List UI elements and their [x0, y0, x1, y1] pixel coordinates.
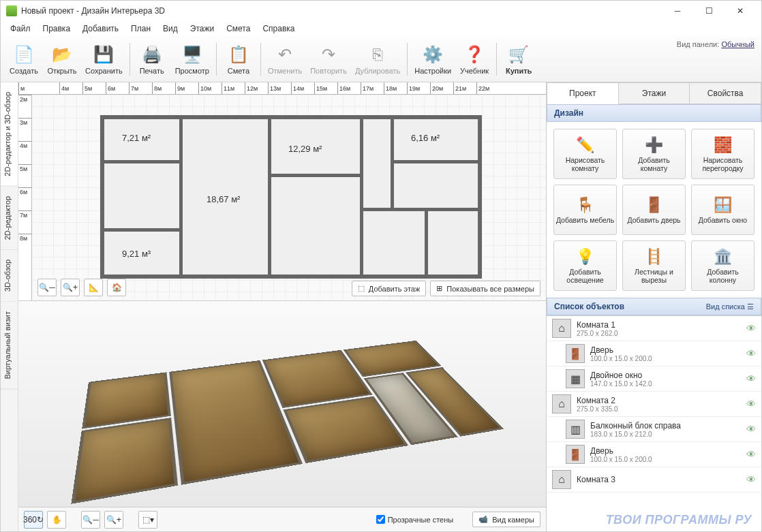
brick-icon: 🧱 [714, 136, 732, 154]
zoom-out-button[interactable]: 🔍─ [37, 279, 57, 296]
visibility-icon[interactable]: 👁 [746, 348, 756, 359]
menu-floors[interactable]: Этажи [185, 22, 219, 35]
menu-file[interactable]: Файл [5, 22, 36, 35]
monitor-icon: 🖥️ [181, 44, 203, 65]
tab-project[interactable]: Проект [547, 82, 619, 104]
stairs-button[interactable]: 🪜Лестницы и вырезы [622, 240, 686, 291]
add-room-icon: ➕ [645, 136, 663, 154]
add-light-button[interactable]: 💡Добавить освещение [553, 240, 617, 291]
object-row[interactable]: ⌂ Комната 3 👁 [547, 467, 761, 492]
object-row[interactable]: ⌂ Комната 1 275.0 x 262.0 👁 [547, 316, 761, 341]
add-window-button[interactable]: 🪟Добавить окно [691, 185, 755, 235]
minimize-button[interactable]: ─ [662, 1, 693, 21]
print-button[interactable]: 🖨️Печать [133, 39, 171, 80]
menu-add[interactable]: Добавить [77, 22, 124, 35]
create-button[interactable]: 📄Создать [5, 39, 43, 80]
save-button[interactable]: 💾Сохранить [81, 39, 127, 80]
list-view-icon[interactable]: ☰ [747, 302, 754, 311]
object-thumb-icon: 🚪 [566, 445, 585, 464]
pan-button[interactable]: ✋ [47, 511, 66, 529]
buy-button[interactable]: 🛒Купить [500, 39, 538, 80]
menu-estimate[interactable]: Смета [221, 22, 256, 35]
duplicate-button[interactable]: ⎘Дублировать [351, 39, 404, 80]
visibility-icon[interactable]: 👁 [746, 474, 756, 485]
show-dims-button[interactable]: ⊞Показывать все размеры [430, 281, 540, 296]
measure-button[interactable]: 📐 [84, 279, 103, 296]
visibility-icon[interactable]: 👁 [746, 323, 756, 334]
diskette-icon: 💾 [93, 44, 115, 65]
tutorial-button[interactable]: ❓Учебник [455, 39, 493, 80]
right-tabs: Проект Этажи Свойства [547, 82, 761, 104]
workarea: 2D-редактор и 3D-обзор 2D-редактор 3D-об… [1, 82, 761, 531]
add-furniture-button[interactable]: 🪑Добавить мебель [553, 185, 617, 235]
visibility-icon[interactable]: 👁 [746, 424, 756, 435]
pencil-icon: ✏️ [576, 136, 594, 154]
estimate-button[interactable]: 📋Смета [219, 39, 258, 80]
zoom-in-button[interactable]: 🔍+ [61, 279, 80, 296]
room-area-2: 18,67 м² [207, 194, 240, 204]
sidetab-3d[interactable]: 3D-обзор [1, 250, 18, 302]
add-door-button[interactable]: 🚪Добавить дверь [622, 185, 686, 235]
add-floor-button[interactable]: ⬚Добавить этаж [352, 281, 426, 296]
side-tabs: 2D-редактор и 3D-обзор 2D-редактор 3D-об… [1, 82, 18, 531]
object-row[interactable]: ⌂ Комната 2 275.0 x 335.0 👁 [547, 392, 761, 417]
visibility-icon[interactable]: 👁 [746, 449, 756, 460]
object-row[interactable]: 🚪 Дверь 100.0 x 15.0 x 200.0 👁 [547, 442, 761, 467]
sidetab-virtual[interactable]: Виртуальный визит [1, 302, 18, 390]
tab-props[interactable]: Свойства [690, 82, 761, 104]
zoom-in-3d-button[interactable]: 🔍+ [104, 511, 123, 529]
plan-tools: 🔍─ 🔍+ 📐 🏠 [37, 279, 126, 296]
view-3d[interactable] [18, 300, 546, 507]
menu-help[interactable]: Справка [257, 22, 300, 35]
room-area-5: 9,21 м³ [122, 249, 151, 259]
menu-edit[interactable]: Правка [37, 22, 76, 35]
object-name: Комната 3 [577, 475, 741, 484]
room-area-3: 12,29 м² [288, 144, 322, 154]
duplicate-icon: ⎘ [367, 44, 388, 65]
add-room-button[interactable]: ➕Добавить комнату [622, 129, 686, 179]
open-button[interactable]: 📂Открыть [43, 39, 81, 80]
transparent-walls-checkbox[interactable]: Прозрачные стены [376, 515, 453, 524]
preview-button[interactable]: 🖥️Просмотр [171, 39, 213, 80]
draw-room-button[interactable]: ✏️Нарисовать комнату [553, 129, 617, 179]
object-name: Дверь [590, 345, 741, 355]
add-column-button[interactable]: 🏛️Добавить колонну [691, 240, 755, 291]
room-area-4: 6,16 м² [411, 133, 440, 143]
right-panel: Проект Этажи Свойства Дизайн ✏️Нарисоват… [546, 82, 761, 531]
view-2d[interactable]: 2м3м4м5м6м7м8м 7,21 м² 18,67 м² 12,29 м²… [18, 95, 546, 300]
menu-view[interactable]: Вид [157, 22, 183, 35]
app-icon [6, 5, 17, 16]
close-button[interactable]: ✕ [725, 1, 756, 21]
panel-mode-link[interactable]: Обычный [721, 40, 755, 48]
object-dims: 100.0 x 15.0 x 200.0 [590, 456, 741, 463]
rotate360-button[interactable]: 360↻ [24, 511, 43, 529]
undo-icon: ↶ [274, 44, 296, 65]
settings-button[interactable]: ⚙️Настройки [410, 39, 455, 80]
sidetab-2d[interactable]: 2D-редактор [1, 187, 18, 250]
object-thumb-icon: ▥ [566, 420, 585, 439]
undo-button[interactable]: ↶Отменить [264, 39, 306, 80]
object-row[interactable]: ▥ Балконный блок справа 183.0 x 15.0 x 2… [547, 417, 761, 442]
object-row[interactable]: ▦ Двойное окно 147.0 x 15.0 x 142.0 👁 [547, 366, 761, 392]
zoom-out-3d-button[interactable]: 🔍─ [81, 511, 100, 529]
visibility-icon[interactable]: 👁 [746, 373, 756, 384]
object-thumb-icon: ▦ [566, 369, 585, 388]
redo-button[interactable]: ↷Повторить [306, 39, 351, 80]
notepad-icon: 📋 [228, 44, 249, 65]
object-row[interactable]: 🚪 Дверь 100.0 x 15.0 x 200.0 👁 [547, 341, 761, 366]
folder-open-icon: 📂 [51, 44, 73, 65]
tab-floors[interactable]: Этажи [619, 82, 690, 104]
draw-partition-button[interactable]: 🧱Нарисовать перегородку [691, 129, 755, 179]
visibility-icon[interactable]: 👁 [746, 398, 756, 409]
new-file-icon: 📄 [13, 44, 35, 65]
camera-view-button[interactable]: 📹Вид камеры [472, 512, 540, 527]
sidetab-2d-3d[interactable]: 2D-редактор и 3D-обзор [1, 82, 18, 187]
home-button[interactable]: 🏠 [107, 279, 126, 296]
printer-icon: 🖨️ [141, 44, 163, 65]
floor-select-button[interactable]: ⬚▾ [138, 511, 157, 529]
maximize-button[interactable]: ☐ [693, 1, 725, 21]
floorplan[interactable]: 7,21 м² 18,67 м² 12,29 м² 6,16 м² 9,21 м… [100, 115, 482, 279]
object-list[interactable]: ⌂ Комната 1 275.0 x 262.0 👁🚪 Дверь 100.0… [547, 315, 761, 531]
plan-actions: ⬚Добавить этаж ⊞Показывать все размеры [352, 281, 540, 296]
menu-plan[interactable]: План [125, 22, 156, 35]
